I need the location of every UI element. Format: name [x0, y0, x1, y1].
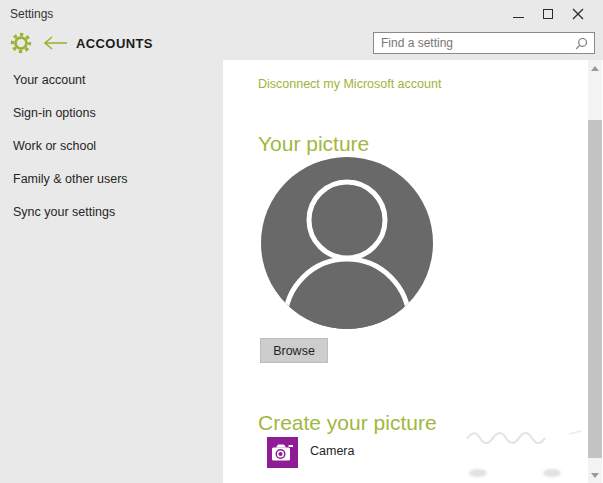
gear-icon [10, 32, 32, 54]
search-input[interactable] [374, 34, 575, 52]
watermark-smudge [543, 469, 561, 477]
scrollbar-thumb[interactable] [588, 120, 602, 458]
settings-window: Settings ACCOUNTS [0, 0, 603, 483]
window-chrome: Settings ACCOUNTS [0, 0, 603, 60]
maximize-icon [543, 9, 553, 19]
minimize-icon [513, 17, 524, 18]
disconnect-account-link[interactable]: Disconnect my Microsoft account [258, 77, 441, 91]
browse-button[interactable]: Browse [260, 338, 328, 363]
vertical-scrollbar[interactable] [588, 60, 602, 483]
content-pane: Disconnect my Microsoft account Your pic… [223, 60, 603, 483]
sidebar-item-your-account[interactable]: Your account [0, 64, 223, 97]
window-title: Settings [10, 7, 53, 21]
create-your-picture-heading: Create your picture [258, 411, 437, 435]
sidebar-item-work-or-school[interactable]: Work or school [0, 130, 223, 163]
sidebar-item-sync-your-settings[interactable]: Sync your settings [0, 196, 223, 229]
watermark [465, 425, 585, 449]
camera-label: Camera [310, 444, 354, 458]
camera-icon [267, 437, 298, 468]
search-box[interactable] [373, 32, 595, 54]
user-silhouette-icon [261, 157, 433, 329]
minimize-button[interactable] [503, 0, 533, 28]
back-arrow-icon[interactable] [43, 36, 68, 50]
close-button[interactable] [563, 0, 593, 28]
your-picture-heading: Your picture [258, 132, 369, 156]
scroll-up-arrow-icon[interactable] [588, 61, 602, 75]
close-icon [572, 8, 584, 20]
sidebar-item-family-other-users[interactable]: Family & other users [0, 163, 223, 196]
search-icon[interactable] [575, 37, 588, 50]
camera-option[interactable]: Camera [267, 437, 354, 468]
window-controls [503, 0, 593, 28]
watermark-smudge [469, 469, 487, 477]
maximize-button[interactable] [533, 0, 563, 28]
sidebar-item-sign-in-options[interactable]: Sign-in options [0, 97, 223, 130]
sidebar: Your account Sign-in options Work or sch… [0, 60, 223, 483]
scroll-down-arrow-icon[interactable] [588, 468, 602, 482]
page-title: ACCOUNTS [76, 36, 153, 51]
